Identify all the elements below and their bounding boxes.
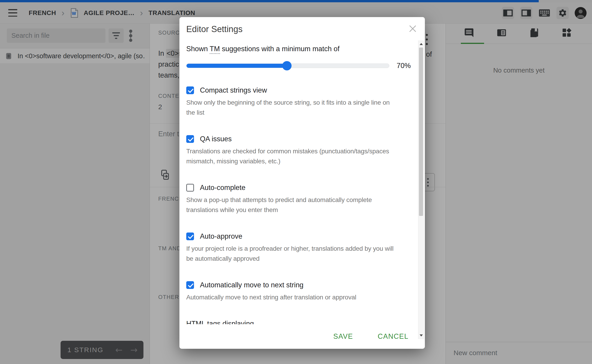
- save-button[interactable]: SAVE: [332, 332, 354, 341]
- cancel-button[interactable]: CANCEL: [376, 332, 410, 341]
- tm-match-slider[interactable]: [186, 64, 389, 68]
- setting-description: Show a pop-up that attempts to predict a…: [186, 195, 398, 215]
- setting-description: If your project role is a proofreader or…: [186, 244, 398, 264]
- setting-label[interactable]: Auto-approve: [200, 232, 242, 240]
- scrollbar-thumb[interactable]: [419, 48, 423, 216]
- html-tags-heading: HTML tags displaying: [186, 320, 398, 324]
- setting-description: Show only the beginning of the source st…: [186, 98, 398, 118]
- auto-complete-checkbox[interactable]: [186, 184, 194, 192]
- dialog-body: Shown TM suggestions with a minimum matc…: [180, 40, 425, 324]
- setting-description: Automatically move to next string after …: [186, 292, 398, 302]
- auto-move-next-checkbox[interactable]: [186, 281, 194, 289]
- auto-approve-checkbox[interactable]: [186, 233, 194, 240]
- setting-label[interactable]: Automatically move to next string: [200, 281, 304, 289]
- dialog-title: Editor Settings: [186, 24, 242, 34]
- close-icon[interactable]: [408, 24, 417, 33]
- compact-strings-view-checkbox[interactable]: [186, 86, 194, 94]
- tm-abbreviation: TM: [210, 45, 220, 54]
- setting-auto-move-next: Automatically move to next string Automa…: [186, 281, 398, 302]
- setting-description: Translations are checked for common mist…: [186, 146, 398, 166]
- dialog-scrollbar[interactable]: [418, 40, 424, 339]
- tm-match-value: 70%: [397, 62, 411, 70]
- setting-auto-complete: Auto-complete Show a pop-up that attempt…: [186, 184, 398, 215]
- setting-label[interactable]: Auto-complete: [200, 184, 246, 192]
- tm-match-slider-label: Shown TM suggestions with a minimum matc…: [186, 45, 398, 53]
- qa-issues-checkbox[interactable]: [186, 135, 194, 143]
- setting-compact-strings-view: Compact strings view Show only the begin…: [186, 86, 398, 118]
- scroll-up-arrow-icon[interactable]: [420, 43, 423, 45]
- slider-handle[interactable]: [282, 61, 292, 71]
- setting-label[interactable]: QA issues: [200, 135, 232, 143]
- setting-auto-approve: Auto-approve If your project role is a p…: [186, 232, 398, 264]
- editor-settings-dialog: Editor Settings Shown TM suggestions wit…: [180, 17, 425, 349]
- dialog-footer: SAVE CANCEL: [180, 324, 425, 349]
- slider-fill: [186, 64, 287, 68]
- setting-qa-issues: QA issues Translations are checked for c…: [186, 135, 398, 166]
- setting-label[interactable]: Compact strings view: [200, 86, 267, 94]
